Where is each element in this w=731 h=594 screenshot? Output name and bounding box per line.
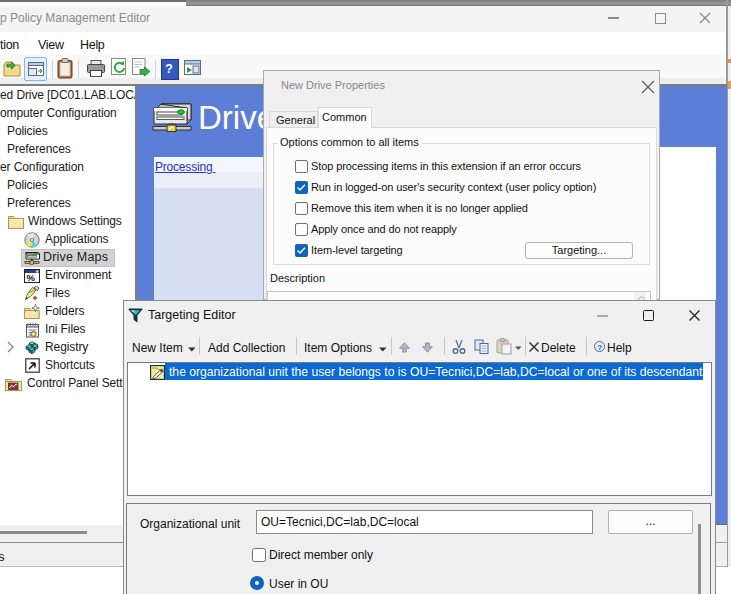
- svg-text:%: %: [27, 272, 36, 283]
- svg-text:?: ?: [597, 343, 602, 352]
